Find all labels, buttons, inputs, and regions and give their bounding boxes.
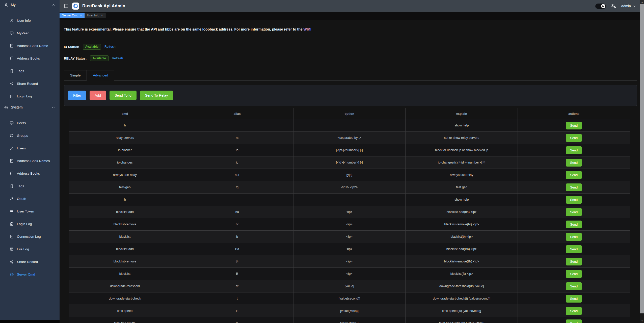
monitor-icon — [10, 31, 14, 35]
cell-alias: ib — [181, 144, 293, 156]
share-icon — [10, 82, 14, 86]
window-tab-server-cmd[interactable]: Server Cmd — [60, 13, 85, 18]
sidebar-item-tags[interactable]: Tags — [0, 180, 60, 192]
cell-alias — [181, 194, 293, 206]
sidebar-item-server-cmd[interactable]: Server Cmd — [0, 268, 60, 281]
send-button[interactable]: Send — [566, 307, 582, 315]
sidebar-item-users[interactable]: Users — [0, 142, 60, 154]
wiki-link[interactable]: WIKI — [303, 27, 311, 31]
send-button[interactable]: Send — [566, 245, 582, 253]
scroll-down-arrow-icon[interactable]: ▼ — [640, 319, 644, 323]
book-icon — [10, 44, 14, 48]
cell-option: <separated by ,> — [293, 132, 406, 144]
send-button[interactable]: Send — [566, 196, 582, 204]
send-to-id-button[interactable]: Send To Id — [110, 91, 137, 100]
theme-toggle[interactable] — [595, 4, 606, 9]
window-tab-user-info[interactable]: User Info — [85, 13, 105, 18]
send-button[interactable]: Send — [566, 221, 582, 228]
cell-cmd: total-bandwidth — [69, 317, 181, 323]
sidebar-item-user-token[interactable]: User Token — [0, 205, 60, 218]
gear-icon — [4, 105, 8, 110]
sidebar-item-tags[interactable]: Tags — [0, 65, 60, 77]
user-icon — [4, 3, 8, 7]
close-icon[interactable] — [80, 14, 82, 17]
sidebar-item-oauth[interactable]: Oauth — [0, 192, 60, 205]
sidebar-item-mypeer[interactable]: MyPeer — [0, 27, 60, 39]
sidebar-item-connection-log[interactable]: Connection Log — [0, 230, 60, 243]
cell-actions: Send — [518, 169, 630, 181]
sidebar-item-share-record[interactable]: Share Record — [0, 255, 60, 268]
sidebar-item-address-books[interactable]: Address Books — [0, 167, 60, 180]
send-button[interactable]: Send — [566, 122, 582, 129]
id-status-row: ID Status: Available Refresh — [64, 44, 116, 50]
cell-cmd: ip-blocker — [69, 144, 181, 156]
table-row: test-geotg<ip1> <ip2>test geoSend — [69, 181, 630, 194]
sidebar-item-file-log[interactable]: File Log — [0, 243, 60, 255]
sidebar-item-user-info[interactable]: User Info — [0, 14, 60, 27]
send-button[interactable]: Send — [566, 319, 582, 323]
relay-status-refresh-link[interactable]: Refresh — [112, 57, 123, 60]
scrollbar-thumb[interactable] — [640, 4, 644, 313]
send-to-relay-button[interactable]: Send To Relay — [140, 91, 173, 100]
translate-icon[interactable] — [611, 4, 616, 9]
send-button[interactable]: Send — [566, 171, 582, 179]
table-row: downgrade-thresholddt[value]downgrade-th… — [69, 280, 630, 292]
sidebar-item-share-record[interactable]: Share Record — [0, 77, 60, 90]
sidebar-item-address-books[interactable]: Address Books — [0, 52, 60, 65]
sidebar-item-login-log[interactable]: Login Log — [0, 90, 60, 102]
cell-explain: always use relay — [406, 169, 518, 181]
mode-tab-simple[interactable]: Simple — [64, 70, 87, 80]
cell-alias: b — [181, 231, 293, 243]
send-button[interactable]: Send — [566, 159, 582, 167]
cell-explain: downgrade-start-check(t) [value(second)] — [406, 292, 518, 305]
sidebar-item-groups[interactable]: Groups — [0, 129, 60, 142]
table-row: always-use-relayaur[y|n]always use relay… — [69, 169, 630, 181]
table-row: blacklist-addba<ip>blacklist-add(ba) <ip… — [69, 206, 630, 218]
sidebar-item-label: Share Record — [17, 260, 38, 264]
sidebar-item-peers[interactable]: Peers — [0, 117, 60, 129]
mode-tab-advanced[interactable]: Advanced — [87, 70, 114, 80]
send-button[interactable]: Send — [566, 270, 582, 278]
main-content: This feature is experimental. Please ens… — [60, 20, 640, 323]
scroll-up-arrow-icon[interactable]: ▲ — [640, 0, 644, 4]
cell-alias: dt — [181, 280, 293, 292]
cell-actions: Send — [518, 255, 630, 268]
id-status-refresh-link[interactable]: Refresh — [104, 45, 116, 48]
user-icon — [10, 146, 14, 150]
cell-option: <ip> — [293, 206, 406, 218]
header-right: admin — [595, 4, 636, 9]
sidebar-fold-icon[interactable] — [64, 4, 69, 9]
sidebar-item-address-book-name[interactable]: Address Book Name — [0, 39, 60, 52]
cell-explain: show help — [406, 119, 518, 132]
send-button[interactable]: Send — [566, 233, 582, 241]
cell-explain: ip-changes(ic) [<id>|<number>] [-] — [406, 156, 518, 169]
sidebar-item-label: Users — [17, 146, 26, 150]
send-button[interactable]: Send — [566, 183, 582, 191]
send-button[interactable]: Send — [566, 134, 582, 142]
send-button[interactable]: Send — [566, 146, 582, 154]
cell-cmd: limit-speed — [69, 305, 181, 317]
cell-alias: tg — [181, 181, 293, 194]
send-button[interactable]: Send — [566, 258, 582, 265]
relay-status-label: RELAY Status: — [64, 57, 87, 60]
column-header-actions: actions — [518, 108, 630, 119]
sidebar-item-login-log[interactable]: Login Log — [0, 218, 60, 230]
table-row: blocklist-addBa<ip>blocklist-add(Ba) <ip… — [69, 243, 630, 255]
user-menu[interactable]: admin — [621, 4, 636, 8]
column-header-cmd: cmd — [69, 108, 181, 119]
sidebar-section-my[interactable]: My — [0, 0, 60, 10]
send-button[interactable]: Send — [566, 295, 582, 303]
close-icon[interactable] — [101, 14, 103, 17]
cell-option — [293, 119, 406, 132]
send-button[interactable]: Send — [566, 208, 582, 216]
sidebar-item-address-book-names[interactable]: Address Book Names — [0, 154, 60, 167]
sidebar-item-label: User Info — [17, 19, 31, 22]
vertical-scrollbar[interactable]: ▲ ▼ — [640, 0, 644, 323]
sidebar-section-system[interactable]: System — [0, 102, 60, 112]
filter-button[interactable]: Filter — [68, 91, 86, 100]
cell-option: <ip> — [293, 243, 406, 255]
section-title-label: My — [11, 3, 16, 7]
id-status-label: ID Status: — [64, 45, 79, 49]
send-button[interactable]: Send — [566, 282, 582, 290]
add-button[interactable]: Add — [90, 91, 106, 100]
